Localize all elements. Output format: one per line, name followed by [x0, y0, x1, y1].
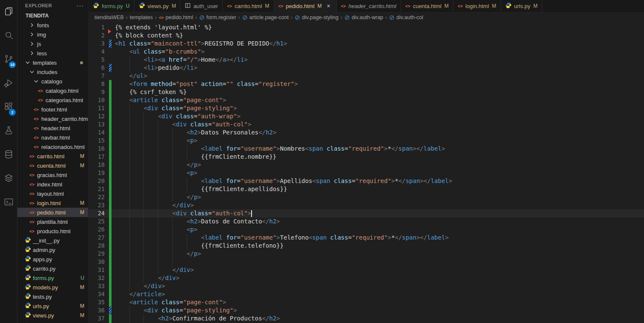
line-number[interactable]: 36 [89, 306, 105, 314]
code-line[interactable]: 4 <ul class="b-crumbs"> [89, 48, 644, 56]
workspace-root[interactable]: TIENDITA [17, 11, 88, 20]
line-number[interactable]: 21 [89, 185, 105, 193]
code-line[interactable]: 2{% block content %} [89, 31, 644, 40]
tree-item-pedido.html[interactable]: <>pedido.htmlM [17, 208, 88, 217]
tab-views.py[interactable]: views.pyM [135, 0, 181, 12]
code-line[interactable]: 13 <div class="auth-col"> [89, 120, 644, 129]
breadcrumb-item-pedido.html[interactable]: <>pedido.html [159, 14, 193, 20]
tree-item-cuenta.html[interactable]: <>cuenta.htmlM [17, 161, 88, 170]
code-line[interactable]: 18 </p> [89, 161, 644, 169]
tree-item-img[interactable]: img [17, 30, 88, 39]
line-number[interactable]: 2 [89, 31, 105, 40]
line-number[interactable]: 25 [89, 217, 105, 226]
tree-item-login.html[interactable]: <>login.htmlM [17, 198, 88, 208]
tree-item-relacionados.html[interactable]: <>relacionados.html [17, 142, 88, 151]
breadcrumb-item-div.auth-wrap[interactable]: div.auth-wrap [344, 14, 383, 20]
line-number[interactable]: 31 [89, 266, 105, 274]
code-line[interactable]: 30 [89, 258, 644, 266]
tree-item-urls.py[interactable]: urls.pyM [17, 301, 88, 311]
tree-item-venv[interactable]: venv [17, 320, 88, 323]
code-line[interactable]: 11 <div class="page-styling"> [89, 104, 644, 112]
tree-item-header.html[interactable]: <>header.html [17, 123, 88, 133]
code-line[interactable]: 37 <h2>Confirmación de Productos</h2> [89, 314, 644, 323]
tree-item-layout.html[interactable]: <>layout.html [17, 189, 88, 198]
tab-pedido.html[interactable]: <>pedido.htmlM× [274, 0, 337, 12]
breadcrumb-item-article.page-cont[interactable]: article.page-cont [242, 14, 289, 20]
code-line[interactable]: 14 <h2>Datos Personales</h2> [89, 129, 644, 137]
code-line[interactable]: 17 {{frmCliente.nombre}} [89, 153, 644, 161]
line-number[interactable]: 17 [89, 153, 105, 161]
activity-bar-item-source-control[interactable]: 10 [0, 48, 17, 71]
activity-bar-item-terminal[interactable] [0, 191, 17, 214]
line-number[interactable]: 34 [89, 290, 105, 298]
line-number[interactable]: 14 [89, 129, 105, 137]
code-line[interactable]: 36 <div class="page-styling"> [89, 306, 644, 314]
code-line[interactable]: 35 <article class="page-cont"> [89, 298, 644, 306]
code-line[interactable]: 24 <div class="auth-col"> [89, 209, 644, 217]
tree-item-carrito.html[interactable]: <>carrito.htmlM [17, 151, 88, 161]
tree-item-tests.py[interactable]: tests.py [17, 292, 88, 301]
activity-bar-item-explorer[interactable] [0, 0, 17, 24]
activity-bar-item-testing[interactable] [0, 119, 17, 143]
breadcrumb-item-div.page-styling[interactable]: div.page-styling [295, 14, 338, 20]
code-line[interactable]: 12 <div class="auth-wrap"> [89, 112, 644, 120]
more-actions-icon[interactable]: ··· [77, 2, 84, 9]
tree-item-index.html[interactable]: <>index.html [17, 180, 88, 189]
tree-item-templates[interactable]: templates [17, 58, 88, 67]
line-number[interactable]: 23 [89, 201, 105, 209]
line-number[interactable]: 35 [89, 298, 105, 306]
line-number[interactable]: 37 [89, 314, 105, 323]
line-number[interactable]: 8 [89, 80, 105, 88]
line-number[interactable]: 28 [89, 242, 105, 250]
tree-item-header_carrito.html[interactable]: <>header_carrito.html [17, 114, 88, 123]
line-number[interactable]: 5 [89, 56, 105, 64]
code-line[interactable]: 16 <label for="username">Nombres<span cl… [89, 145, 644, 153]
line-number[interactable]: 6 [89, 64, 105, 72]
line-number[interactable]: 19 [89, 169, 105, 177]
code-line[interactable]: 28 {{frmCliente.telefono}} [89, 242, 644, 250]
tree-item-less[interactable]: less [17, 49, 88, 58]
tab-login.html[interactable]: <>login.htmlM [453, 0, 501, 12]
line-number[interactable]: 24 [89, 209, 105, 217]
line-number[interactable]: 3 [89, 40, 105, 48]
code-line[interactable]: 31 </div> [89, 266, 644, 274]
line-number[interactable]: 11 [89, 104, 105, 112]
tab-urls.py[interactable]: urls.pyM [501, 0, 542, 12]
code-line[interactable]: 1{% extends 'layout.html' %} [89, 23, 644, 31]
tab-cuenta.html[interactable]: <>cuenta.htmlM [401, 0, 453, 12]
tree-item-includes[interactable]: includes [17, 67, 88, 77]
tree-item-carrito.py[interactable]: carrito.py [17, 264, 88, 273]
code-line[interactable]: 23 </div> [89, 201, 644, 209]
tree-item-catalogo[interactable]: catalogo [17, 77, 88, 86]
code-line[interactable]: 26 <p> [89, 226, 644, 234]
tree-item-js[interactable]: js [17, 39, 88, 49]
line-number[interactable]: 12 [89, 112, 105, 120]
code-line[interactable]: 22 </p> [89, 193, 644, 201]
code-line[interactable]: 25 <h2>Datos de Contacto</h2> [89, 217, 644, 226]
code-line[interactable]: 19 <p> [89, 169, 644, 177]
tree-item-navbar.html[interactable]: <>navbar.html [17, 133, 88, 142]
line-number[interactable]: 15 [89, 137, 105, 145]
tab-carrito.html[interactable]: <>carrito.htmlM [223, 0, 274, 12]
line-number[interactable]: 32 [89, 274, 105, 282]
activity-bar-item-search[interactable] [0, 24, 17, 48]
tab-forms.py[interactable]: forms.pyU [89, 0, 135, 12]
line-number[interactable]: 22 [89, 193, 105, 201]
activity-bar-item-run-debug[interactable] [0, 71, 17, 95]
breadcrumb-item-templates[interactable]: templates [130, 14, 153, 20]
tree-item-models.py[interactable]: models.pyM [17, 283, 88, 292]
code-line[interactable]: 27 <label for="username">Telefono<span c… [89, 234, 644, 242]
code-line[interactable]: 20 <label for="username">Apellidos<span … [89, 177, 644, 185]
tree-item-forms.py[interactable]: forms.pyU [17, 273, 88, 283]
tab-header_carrito.html[interactable]: <>header_carrito.html [337, 0, 401, 12]
line-number[interactable]: 4 [89, 48, 105, 56]
tree-item-catalogo.html[interactable]: <>catalogo.html [17, 86, 88, 95]
tree-item-views.py[interactable]: views.pyM [17, 311, 88, 320]
code-line[interactable]: 5 <li><a href="/">Home</a></li> [89, 56, 644, 64]
activity-bar-item-extensions[interactable]: 2 [0, 95, 17, 119]
tree-item-categorias.html[interactable]: <>categorias.html [17, 95, 88, 105]
code-line[interactable]: 6 <li>pedido</li> [89, 64, 644, 72]
code-line[interactable]: 10 <article class="page-cont"> [89, 96, 644, 104]
code-line[interactable]: 32 </div> [89, 274, 644, 282]
code-line[interactable]: 34 </article> [89, 290, 644, 298]
